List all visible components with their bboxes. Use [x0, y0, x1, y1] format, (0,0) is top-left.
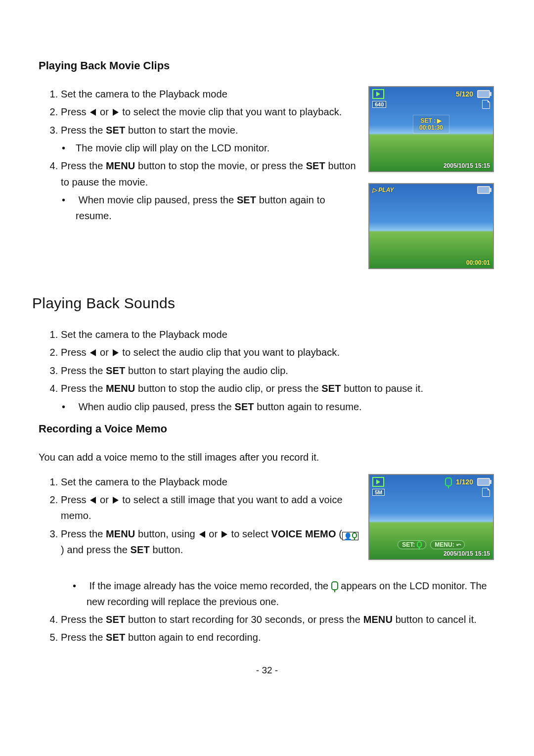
heading-movie-clips: Playing Back Movie Clips — [39, 59, 497, 72]
text: or — [100, 347, 112, 358]
text: to select the audio clip that you want t… — [122, 347, 340, 358]
sd-card-icon — [482, 100, 490, 109]
text: Press the — [61, 632, 106, 643]
memo-steps-1-3: Set the camera to the Playback mode Pres… — [37, 474, 359, 558]
lcd-elapsed: 00:00:01 — [466, 259, 490, 266]
right-arrow-icon — [222, 531, 227, 538]
text: SET — [106, 365, 125, 376]
text: MENU — [106, 160, 135, 171]
text: Press the — [61, 365, 106, 376]
manual-page: Playing Back Movie Clips Set the camera … — [0, 0, 534, 756]
text: button to start recording for 30 seconds… — [125, 614, 363, 625]
movie-steps: Set the camera to the Playback mode Pres… — [37, 86, 359, 224]
text: to select — [231, 528, 271, 539]
text: SET — [234, 401, 254, 412]
text: button to pause it. — [341, 383, 424, 394]
voice-memo-intro: You can add a voice memo to the still im… — [39, 449, 497, 465]
sounds-step-3: Press the SET button to start playing th… — [61, 363, 497, 378]
text: Press — [61, 106, 89, 117]
text: MENU — [363, 614, 393, 625]
text: SET — [106, 632, 125, 643]
text: button to start playing the audio clip. — [125, 365, 288, 376]
text: When audio clip paused, press the — [79, 401, 235, 412]
memo-steps-4-5: Press the SET button to start recording … — [37, 612, 497, 646]
text: button again to end recording. — [125, 632, 261, 643]
microphone-icon — [417, 541, 422, 548]
text: Press — [61, 494, 89, 505]
lcd-set-pill: SET: — [398, 540, 426, 549]
sounds-steps: Set the camera to the Playback mode Pres… — [37, 327, 497, 415]
text: or — [100, 106, 112, 117]
movie-step-4: Press the MENU button to stop the movie,… — [61, 158, 359, 224]
text: Press — [61, 347, 89, 358]
left-arrow-icon — [90, 497, 96, 504]
text: button to stop the audio clip, or press … — [135, 383, 321, 394]
battery-icon — [477, 90, 490, 98]
text: SET — [106, 125, 125, 136]
lcd-voice-memo: 1/120 5M SET: MENU: ⤺ 2005/10/15 15:15 — [368, 474, 494, 560]
sounds-step-4-sub: When audio clip paused, press the SET bu… — [76, 399, 497, 415]
heading-voice-memo: Recording a Voice Memo — [39, 423, 497, 435]
lcd-counter: 5/120 — [456, 90, 473, 98]
text: Press the — [61, 383, 106, 394]
voice-memo-section: Set the camera to the Playback mode Pres… — [37, 474, 497, 571]
text: ( — [336, 528, 342, 539]
playback-mode-icon — [372, 477, 384, 487]
lcd-set-hint: SET : ▶ — [419, 117, 443, 124]
lcd-play-label: ▷ PLAY — [372, 187, 394, 193]
resolution-badge: 5M — [372, 489, 385, 496]
text: MENU — [106, 528, 135, 539]
text: SET — [306, 160, 325, 171]
left-arrow-icon — [199, 531, 205, 538]
text: If the image already has the voice memo … — [89, 580, 331, 591]
text: to select the movie clip that you want t… — [122, 106, 342, 117]
text: button to cancel it. — [393, 614, 477, 625]
lcd-duration: 00:01:30 — [419, 124, 443, 131]
lcd-menu-pill: MENU: ⤺ — [430, 540, 464, 549]
text: or — [100, 494, 112, 505]
memo-step-4: Press the SET button to start recording … — [61, 612, 497, 627]
lcd-timestamp: 2005/10/15 15:15 — [444, 162, 490, 169]
movie-step-4-sub: When movie clip paused, press the SET bu… — [76, 192, 359, 224]
heading-sounds: Playing Back Sounds — [32, 295, 497, 312]
text: ) and press the — [61, 544, 131, 555]
right-arrow-icon — [113, 109, 119, 116]
playback-mode-icon — [372, 89, 384, 99]
sounds-step-4: Press the MENU button to stop the audio … — [61, 380, 497, 414]
lcd-movie-playing: ▷ PLAY 00:00:01 — [368, 183, 494, 269]
text: button to start the movie. — [125, 125, 238, 136]
right-arrow-icon — [113, 497, 119, 504]
text: SET — [131, 544, 150, 555]
text: VOICE MEMO — [271, 528, 336, 539]
memo-step-2: Press or to select a still image that yo… — [61, 492, 359, 524]
battery-icon — [477, 478, 490, 486]
memo-step-3: Press the MENU button, using or to selec… — [61, 526, 359, 558]
memo-step-3-sub-list: If the image already has the voice memo … — [72, 578, 497, 610]
memo-step-5: Press the SET button again to end record… — [61, 629, 497, 645]
battery-icon — [477, 186, 490, 194]
lcd-timestamp: 2005/10/15 15:15 — [444, 550, 490, 557]
microphone-icon — [331, 581, 338, 590]
memo-step-1: Set the camera to the Playback mode — [61, 474, 359, 490]
voice-memo-icon: 👤 — [342, 532, 358, 540]
text: SET — [106, 614, 125, 625]
text: SET — [321, 383, 341, 394]
sd-card-icon — [482, 488, 490, 497]
movie-step-1: Set the camera to the Playback mode — [61, 86, 359, 102]
lcd-counter: 1/120 — [456, 478, 473, 486]
text: Press the — [61, 125, 106, 136]
sounds-step-2: Press or to select the audio clip that y… — [61, 344, 497, 360]
memo-step-3-sub: If the image already has the voice memo … — [87, 578, 497, 610]
text: Press the — [61, 160, 106, 171]
text: SET — [237, 194, 256, 205]
right-arrow-icon — [113, 349, 119, 356]
lcd-center-info: SET : ▶ 00:01:30 — [413, 115, 449, 134]
text: Press the — [61, 614, 106, 625]
movie-step-3: Press the SET button to start the movie.… — [61, 122, 359, 156]
sounds-step-1: Set the camera to the Playback mode — [61, 327, 497, 342]
text: When movie clip paused, press the — [79, 194, 237, 205]
movie-step-2: Press or to select the movie clip that y… — [61, 104, 359, 120]
movie-step-3-sub: The movie clip will play on the LCD moni… — [76, 140, 359, 156]
text: button. — [150, 544, 183, 555]
left-arrow-icon — [90, 109, 96, 116]
